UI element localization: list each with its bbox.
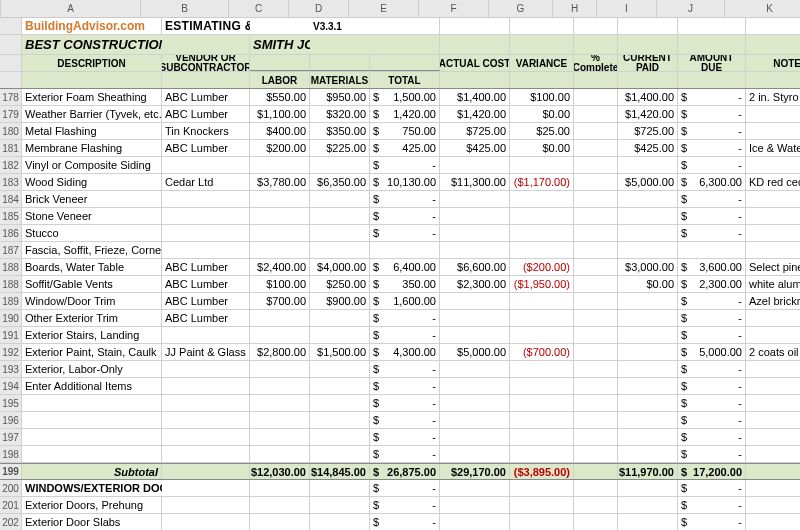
labor-cell[interactable] [250, 191, 310, 207]
total-cell[interactable]: $- [370, 225, 440, 241]
notes-cell[interactable] [746, 310, 800, 326]
desc-cell[interactable]: Weather Barrier (Tyvek, etc.) [22, 106, 162, 122]
labor-cell[interactable]: $700.00 [250, 293, 310, 309]
total-cell[interactable]: $425.00 [370, 140, 440, 156]
vendor-cell[interactable] [162, 191, 250, 207]
desc-cell[interactable]: Other Exterior Trim [22, 310, 162, 326]
paid-cell[interactable]: $725.00 [618, 123, 678, 139]
notes-cell[interactable] [746, 123, 800, 139]
variance-cell[interactable] [510, 395, 574, 411]
actual-cell[interactable]: $6,600.00 [440, 259, 510, 275]
due-cell[interactable]: $- [678, 191, 746, 207]
materials-cell[interactable] [310, 225, 370, 241]
actual-cell[interactable] [440, 497, 510, 513]
variance-cell[interactable] [510, 191, 574, 207]
desc-cell[interactable]: Exterior Stairs, Landing [22, 327, 162, 343]
variance-cell[interactable] [510, 497, 574, 513]
labor-cell[interactable]: $550.00 [250, 89, 310, 105]
due-cell[interactable]: $- [678, 208, 746, 224]
variance-cell[interactable] [510, 446, 574, 462]
vendor-cell[interactable] [162, 514, 250, 530]
vendor-cell[interactable] [162, 497, 250, 513]
notes-cell[interactable] [746, 497, 800, 513]
desc-cell[interactable]: Fascia, Soffit, Frieze, Corner [22, 242, 162, 258]
desc-cell[interactable]: Stone Veneer [22, 208, 162, 224]
actual-cell[interactable]: $425.00 [440, 140, 510, 156]
desc-cell[interactable] [22, 412, 162, 428]
actual-cell[interactable]: $1,400.00 [440, 89, 510, 105]
labor-cell[interactable] [250, 395, 310, 411]
due-cell[interactable]: $- [678, 378, 746, 394]
vendor-cell[interactable] [162, 412, 250, 428]
total-cell[interactable]: $1,500.00 [370, 89, 440, 105]
pct-cell[interactable] [574, 242, 618, 258]
due-cell[interactable]: $5,000.00 [678, 344, 746, 360]
variance-cell[interactable] [510, 327, 574, 343]
notes-cell[interactable] [746, 514, 800, 530]
notes-cell[interactable]: Ice & Water [746, 140, 800, 156]
labor-cell[interactable]: $3,780.00 [250, 174, 310, 190]
notes-cell[interactable]: Azel brickmold [746, 293, 800, 309]
desc-cell[interactable]: Stucco [22, 225, 162, 241]
pct-cell[interactable] [574, 276, 618, 292]
pct-cell[interactable] [574, 106, 618, 122]
vendor-cell[interactable] [162, 395, 250, 411]
due-cell[interactable]: $- [678, 89, 746, 105]
pct-cell[interactable] [574, 293, 618, 309]
materials-cell[interactable] [310, 497, 370, 513]
total-cell[interactable]: $- [370, 429, 440, 445]
notes-cell[interactable] [746, 361, 800, 377]
variance-cell[interactable] [510, 310, 574, 326]
total-cell[interactable]: $- [370, 412, 440, 428]
desc-cell[interactable]: Window/Door Trim [22, 293, 162, 309]
notes-cell[interactable] [746, 412, 800, 428]
total-cell[interactable]: $- [370, 310, 440, 326]
desc-cell[interactable]: Wood Siding [22, 174, 162, 190]
due-cell[interactable]: $- [678, 446, 746, 462]
materials-cell[interactable]: $1,500.00 [310, 344, 370, 360]
pct-cell[interactable] [574, 123, 618, 139]
labor-cell[interactable] [250, 157, 310, 173]
materials-cell[interactable] [310, 208, 370, 224]
paid-cell[interactable] [618, 225, 678, 241]
paid-cell[interactable]: $425.00 [618, 140, 678, 156]
due-cell[interactable]: $- [678, 225, 746, 241]
subtotal-variance[interactable]: ($3,895.00) [510, 464, 574, 479]
subtotal-due[interactable]: $17,200.00 [678, 464, 746, 479]
notes-cell[interactable] [746, 106, 800, 122]
materials-cell[interactable] [310, 327, 370, 343]
col-D[interactable]: D [289, 0, 349, 17]
notes-cell[interactable] [746, 395, 800, 411]
materials-cell[interactable] [310, 361, 370, 377]
pct-cell[interactable] [574, 446, 618, 462]
paid-cell[interactable] [618, 208, 678, 224]
notes-cell[interactable] [746, 225, 800, 241]
total-cell[interactable]: $- [370, 395, 440, 411]
pct-cell[interactable] [574, 140, 618, 156]
materials-cell[interactable] [310, 514, 370, 530]
col-I[interactable]: I [597, 0, 657, 17]
variance-cell[interactable] [510, 361, 574, 377]
labor-cell[interactable] [250, 361, 310, 377]
paid-cell[interactable] [618, 378, 678, 394]
paid-cell[interactable]: $3,000.00 [618, 259, 678, 275]
total-cell[interactable]: $- [370, 378, 440, 394]
materials-cell[interactable] [310, 446, 370, 462]
vendor-cell[interactable] [162, 327, 250, 343]
subtotal-paid[interactable]: $11,970.00 [618, 464, 678, 479]
desc-cell[interactable] [22, 446, 162, 462]
total-cell[interactable]: $- [370, 208, 440, 224]
paid-cell[interactable] [618, 157, 678, 173]
actual-cell[interactable] [440, 412, 510, 428]
variance-cell[interactable] [510, 157, 574, 173]
pct-cell[interactable] [574, 429, 618, 445]
materials-cell[interactable] [310, 157, 370, 173]
labor-cell[interactable]: $1,100.00 [250, 106, 310, 122]
pct-cell[interactable] [574, 514, 618, 530]
due-cell[interactable]: $3,600.00 [678, 259, 746, 275]
variance-cell[interactable] [510, 208, 574, 224]
col-H[interactable]: H [553, 0, 597, 17]
vendor-cell[interactable]: ABC Lumber [162, 259, 250, 275]
paid-cell[interactable]: $1,400.00 [618, 89, 678, 105]
materials-cell[interactable]: $6,350.00 [310, 174, 370, 190]
